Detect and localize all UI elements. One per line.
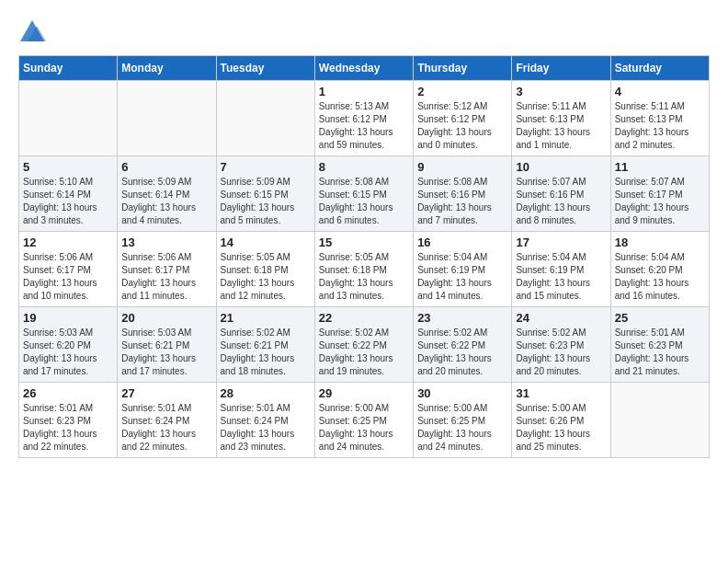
calendar-cell: 7Sunrise: 5:09 AMSunset: 6:15 PMDaylight… (216, 156, 314, 232)
calendar-cell (216, 81, 314, 156)
day-number: 14 (221, 236, 311, 249)
calendar-cell: 25Sunrise: 5:01 AMSunset: 6:23 PMDayligh… (610, 307, 709, 383)
day-number: 3 (516, 85, 606, 98)
calendar-cell: 30Sunrise: 5:00 AMSunset: 6:25 PMDayligh… (414, 383, 512, 458)
day-number: 12 (23, 236, 113, 249)
calendar-cell: 12Sunrise: 5:06 AMSunset: 6:17 PMDayligh… (19, 232, 118, 307)
calendar-cell: 29Sunrise: 5:00 AMSunset: 6:25 PMDayligh… (314, 383, 413, 458)
day-number: 5 (23, 160, 113, 174)
logo (18, 18, 51, 46)
day-number: 24 (516, 311, 606, 325)
day-info: Sunrise: 5:08 AMSunset: 6:15 PMDaylight:… (319, 176, 409, 227)
day-info: Sunrise: 5:01 AMSunset: 6:24 PMDaylight:… (121, 402, 211, 454)
day-info: Sunrise: 5:04 AMSunset: 6:20 PMDaylight:… (615, 251, 705, 303)
day-number: 31 (516, 386, 606, 400)
calendar-cell: 9Sunrise: 5:08 AMSunset: 6:16 PMDaylight… (414, 156, 512, 232)
day-number: 4 (615, 85, 705, 98)
day-number: 29 (319, 386, 409, 400)
day-info: Sunrise: 5:05 AMSunset: 6:18 PMDaylight:… (319, 251, 409, 303)
day-number: 22 (319, 311, 409, 325)
calendar-cell: 8Sunrise: 5:08 AMSunset: 6:15 PMDaylight… (314, 156, 413, 232)
day-info: Sunrise: 5:11 AMSunset: 6:13 PMDaylight:… (615, 100, 705, 152)
day-info: Sunrise: 5:02 AMSunset: 6:21 PMDaylight:… (221, 327, 311, 378)
calendar-cell: 28Sunrise: 5:01 AMSunset: 6:24 PMDayligh… (216, 383, 314, 458)
day-number: 16 (417, 236, 507, 249)
day-number: 9 (417, 160, 507, 174)
calendar-cell: 31Sunrise: 5:00 AMSunset: 6:26 PMDayligh… (512, 383, 610, 458)
calendar-week-row: 19Sunrise: 5:03 AMSunset: 6:20 PMDayligh… (19, 307, 710, 383)
calendar-week-row: 1Sunrise: 5:13 AMSunset: 6:12 PMDaylight… (19, 81, 710, 156)
day-info: Sunrise: 5:01 AMSunset: 6:24 PMDaylight:… (221, 402, 311, 454)
calendar-cell: 5Sunrise: 5:10 AMSunset: 6:14 PMDaylight… (19, 156, 118, 232)
day-info: Sunrise: 5:09 AMSunset: 6:14 PMDaylight:… (121, 176, 211, 227)
calendar-cell: 17Sunrise: 5:04 AMSunset: 6:19 PMDayligh… (512, 232, 610, 307)
calendar-cell: 23Sunrise: 5:02 AMSunset: 6:22 PMDayligh… (414, 307, 512, 383)
day-of-week-header: Thursday (414, 56, 512, 81)
calendar-week-row: 5Sunrise: 5:10 AMSunset: 6:14 PMDaylight… (19, 156, 710, 232)
calendar-cell: 1Sunrise: 5:13 AMSunset: 6:12 PMDaylight… (314, 81, 413, 156)
day-info: Sunrise: 5:08 AMSunset: 6:16 PMDaylight:… (417, 176, 507, 227)
day-info: Sunrise: 5:05 AMSunset: 6:18 PMDaylight:… (221, 251, 311, 303)
calendar-cell: 24Sunrise: 5:02 AMSunset: 6:23 PMDayligh… (512, 307, 610, 383)
day-number: 13 (121, 236, 211, 249)
day-info: Sunrise: 5:00 AMSunset: 6:26 PMDaylight:… (516, 402, 606, 454)
calendar-cell: 18Sunrise: 5:04 AMSunset: 6:20 PMDayligh… (610, 232, 709, 307)
day-number: 26 (23, 386, 113, 400)
calendar-cell: 15Sunrise: 5:05 AMSunset: 6:18 PMDayligh… (314, 232, 413, 307)
day-info: Sunrise: 5:06 AMSunset: 6:17 PMDaylight:… (121, 251, 211, 303)
calendar-cell: 21Sunrise: 5:02 AMSunset: 6:21 PMDayligh… (216, 307, 314, 383)
calendar-header-row: SundayMondayTuesdayWednesdayThursdayFrid… (19, 56, 710, 81)
calendar-cell: 19Sunrise: 5:03 AMSunset: 6:20 PMDayligh… (19, 307, 118, 383)
day-number: 23 (417, 311, 507, 325)
day-of-week-header: Wednesday (314, 56, 413, 81)
day-info: Sunrise: 5:06 AMSunset: 6:17 PMDaylight:… (23, 251, 113, 303)
calendar-cell: 6Sunrise: 5:09 AMSunset: 6:14 PMDaylight… (118, 156, 216, 232)
day-info: Sunrise: 5:10 AMSunset: 6:14 PMDaylight:… (23, 176, 113, 227)
calendar-cell: 4Sunrise: 5:11 AMSunset: 6:13 PMDaylight… (610, 81, 709, 156)
day-number: 10 (516, 160, 606, 174)
day-of-week-header: Monday (118, 56, 216, 81)
logo-icon (18, 18, 46, 46)
calendar-week-row: 12Sunrise: 5:06 AMSunset: 6:17 PMDayligh… (19, 232, 710, 307)
day-info: Sunrise: 5:12 AMSunset: 6:12 PMDaylight:… (417, 100, 507, 152)
calendar-cell: 11Sunrise: 5:07 AMSunset: 6:17 PMDayligh… (610, 156, 709, 232)
day-info: Sunrise: 5:02 AMSunset: 6:22 PMDaylight:… (417, 327, 507, 378)
day-number: 15 (319, 236, 409, 249)
day-info: Sunrise: 5:02 AMSunset: 6:22 PMDaylight:… (319, 327, 409, 378)
day-number: 6 (121, 160, 211, 174)
calendar-cell (118, 81, 216, 156)
day-of-week-header: Tuesday (216, 56, 314, 81)
day-number: 28 (221, 386, 311, 400)
calendar-cell (610, 383, 709, 458)
day-of-week-header: Friday (512, 56, 610, 81)
day-info: Sunrise: 5:01 AMSunset: 6:23 PMDaylight:… (23, 402, 113, 454)
calendar-cell: 13Sunrise: 5:06 AMSunset: 6:17 PMDayligh… (118, 232, 216, 307)
calendar-cell (19, 81, 118, 156)
day-info: Sunrise: 5:00 AMSunset: 6:25 PMDaylight:… (417, 402, 507, 454)
calendar-cell: 10Sunrise: 5:07 AMSunset: 6:16 PMDayligh… (512, 156, 610, 232)
calendar-cell: 2Sunrise: 5:12 AMSunset: 6:12 PMDaylight… (414, 81, 512, 156)
day-info: Sunrise: 5:02 AMSunset: 6:23 PMDaylight:… (516, 327, 606, 378)
calendar-cell: 16Sunrise: 5:04 AMSunset: 6:19 PMDayligh… (414, 232, 512, 307)
day-number: 27 (121, 386, 211, 400)
calendar-cell: 22Sunrise: 5:02 AMSunset: 6:22 PMDayligh… (314, 307, 413, 383)
day-number: 20 (121, 311, 211, 325)
day-info: Sunrise: 5:11 AMSunset: 6:13 PMDaylight:… (516, 100, 606, 152)
day-info: Sunrise: 5:00 AMSunset: 6:25 PMDaylight:… (319, 402, 409, 454)
day-number: 17 (516, 236, 606, 249)
day-number: 25 (615, 311, 705, 325)
calendar-cell: 20Sunrise: 5:03 AMSunset: 6:21 PMDayligh… (118, 307, 216, 383)
day-info: Sunrise: 5:03 AMSunset: 6:21 PMDaylight:… (121, 327, 211, 378)
calendar-cell: 26Sunrise: 5:01 AMSunset: 6:23 PMDayligh… (19, 383, 118, 458)
day-info: Sunrise: 5:07 AMSunset: 6:16 PMDaylight:… (516, 176, 606, 227)
calendar-cell: 14Sunrise: 5:05 AMSunset: 6:18 PMDayligh… (216, 232, 314, 307)
page-header (18, 18, 710, 46)
day-info: Sunrise: 5:13 AMSunset: 6:12 PMDaylight:… (319, 100, 409, 152)
day-info: Sunrise: 5:07 AMSunset: 6:17 PMDaylight:… (615, 176, 705, 227)
day-number: 21 (221, 311, 311, 325)
calendar-week-row: 26Sunrise: 5:01 AMSunset: 6:23 PMDayligh… (19, 383, 710, 458)
day-info: Sunrise: 5:04 AMSunset: 6:19 PMDaylight:… (417, 251, 507, 303)
calendar-cell: 27Sunrise: 5:01 AMSunset: 6:24 PMDayligh… (118, 383, 216, 458)
day-number: 11 (615, 160, 705, 174)
day-info: Sunrise: 5:03 AMSunset: 6:20 PMDaylight:… (23, 327, 113, 378)
